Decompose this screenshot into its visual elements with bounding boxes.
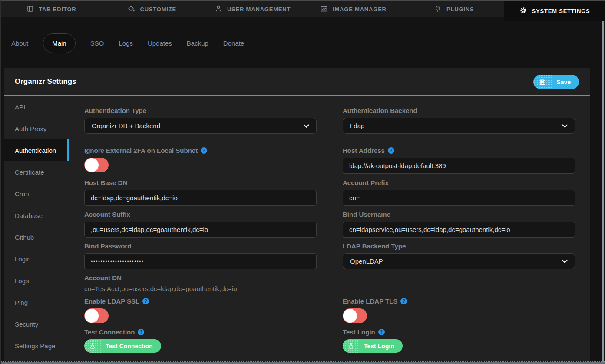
chevron-down-icon: [304, 122, 309, 129]
settings-panel: Organizr Settings Save API Auth Proxy Au…: [4, 68, 590, 361]
nav-item-label: PLUGINS: [446, 6, 474, 13]
selected-value: Ldap: [350, 122, 364, 129]
nav-item-label: SYSTEM SETTINGS: [532, 8, 590, 14]
toggle-knob: [343, 309, 357, 323]
selected-value: OpenLDAP: [350, 258, 383, 265]
sidebar-item-certificate[interactable]: Certificate: [4, 161, 68, 183]
nav-item-image-manager[interactable]: IMAGE MANAGER: [303, 1, 403, 17]
nav-item-customize[interactable]: CUSTOMIZE: [102, 1, 202, 17]
ldap-backend-type-label: LDAP Backend Type: [343, 242, 575, 250]
test-login-label: Test Login: [343, 328, 575, 336]
host-address-label: Host Address: [343, 146, 575, 154]
chevron-down-icon: [562, 122, 568, 129]
settings-tabs: About Main SSO Logs Updates Backup Donat…: [1, 30, 605, 56]
nav-item-tab-editor[interactable]: TAB EDITOR: [1, 1, 102, 17]
host-base-dn-label: Host Base DN: [84, 179, 317, 186]
help-icon[interactable]: [201, 147, 207, 154]
sidebar-item-database[interactable]: Database: [4, 205, 68, 226]
plug-icon: [434, 5, 442, 14]
enable-ldap-ssl-toggle[interactable]: [84, 308, 109, 323]
page-title: Organizr Settings: [15, 77, 76, 86]
sidebar-item-github[interactable]: Github: [4, 226, 68, 248]
image-icon: [320, 5, 328, 14]
enable-ldap-tls-toggle[interactable]: [343, 308, 367, 323]
help-icon[interactable]: [142, 298, 149, 304]
save-button[interactable]: Save: [533, 75, 579, 89]
panel-body: API Auth Proxy Authentication Certificat…: [4, 96, 590, 360]
sidebar-item-logs[interactable]: Logs: [4, 270, 68, 291]
gear-icon: [519, 7, 527, 16]
tab-backup[interactable]: Backup: [187, 40, 208, 47]
bind-password-input[interactable]: [84, 253, 317, 269]
nav-item-system-settings[interactable]: SYSTEM SETTINGS: [504, 1, 605, 21]
account-dn-value: cn=TestAcct,ou=users,dc=ldap,dc=goauthen…: [84, 285, 317, 292]
help-icon[interactable]: [378, 329, 385, 335]
user-icon: [215, 5, 222, 14]
sidebar-item-security[interactable]: Security: [4, 313, 68, 335]
bind-username-label: Bind Username: [343, 210, 575, 218]
tab-editor-icon: [26, 5, 34, 14]
organizr-app-window: TAB EDITOR CUSTOMIZE USER MANAGEMENT IMA…: [0, 0, 605, 364]
bind-password-label: Bind Password: [84, 242, 317, 250]
tab-main[interactable]: Main: [43, 33, 76, 53]
flask-icon: [343, 339, 359, 353]
sidebar-item-ping[interactable]: Ping: [4, 291, 68, 313]
nav-item-label: TAB EDITOR: [39, 6, 76, 13]
ignore-2fa-label: Ignore External 2FA on Local Subnet: [84, 146, 317, 154]
enable-ldap-tls-label: Enable LDAP TLS: [343, 297, 575, 305]
ignore-2fa-toggle[interactable]: [84, 158, 109, 172]
test-connection-button[interactable]: Test Connection: [84, 339, 161, 353]
tab-logs[interactable]: Logs: [119, 40, 133, 47]
authentication-backend-label: Authentication Backend: [343, 106, 575, 114]
host-base-dn-input[interactable]: [84, 190, 317, 206]
floppy-disk-icon: [533, 75, 552, 89]
nav-item-plugins[interactable]: PLUGINS: [403, 1, 504, 17]
chevron-down-icon: [562, 258, 568, 265]
sidebar-item-auth-proxy[interactable]: Auth Proxy: [4, 118, 68, 139]
account-prefix-label: Account Prefix: [343, 179, 575, 186]
enable-ldap-ssl-label: Enable LDAP SSL: [84, 297, 317, 305]
nav-item-label: USER MANAGEMENT: [227, 6, 291, 13]
sidebar-item-settings-page[interactable]: Settings Page: [4, 335, 68, 357]
test-connection-label: Test Connection: [84, 328, 317, 336]
help-icon[interactable]: [138, 329, 144, 335]
sidebar-item-login[interactable]: Login: [4, 248, 68, 270]
window-right-frame: [602, 4, 604, 362]
authentication-backend-select[interactable]: Ldap: [343, 118, 575, 134]
settings-sidebar: API Auth Proxy Authentication Certificat…: [4, 96, 68, 360]
test-login-button-label: Test Login: [359, 339, 403, 353]
sidebar-item-api[interactable]: API: [4, 96, 68, 118]
paint-bucket-icon: [127, 5, 135, 14]
ldap-backend-type-select[interactable]: OpenLDAP: [343, 253, 575, 269]
tab-updates[interactable]: Updates: [148, 40, 172, 47]
save-button-label: Save: [552, 75, 579, 89]
account-suffix-label: Account Suffix: [84, 210, 317, 218]
account-prefix-input[interactable]: [343, 190, 575, 206]
nav-item-label: IMAGE MANAGER: [333, 6, 387, 13]
authentication-type-select[interactable]: Organizr DB + Backend: [84, 118, 317, 134]
host-address-input[interactable]: [343, 158, 575, 174]
authentication-settings-form: Authentication Type Organizr DB + Backen…: [68, 96, 590, 360]
help-icon[interactable]: [388, 147, 394, 154]
account-suffix-input[interactable]: [84, 222, 317, 238]
sidebar-item-cron[interactable]: Cron: [4, 183, 68, 205]
toggle-knob: [85, 309, 99, 323]
account-dn-label: Account DN: [84, 274, 317, 281]
test-login-button[interactable]: Test Login: [343, 339, 403, 353]
authentication-type-label: Authentication Type: [84, 106, 317, 114]
toggle-knob: [85, 158, 99, 172]
nav-item-label: CUSTOMIZE: [140, 6, 176, 13]
bind-username-input[interactable]: [343, 222, 575, 238]
panel-header: Organizr Settings Save: [4, 68, 590, 96]
test-connection-button-label: Test Connection: [101, 339, 161, 353]
top-navigation: TAB EDITOR CUSTOMIZE USER MANAGEMENT IMA…: [1, 1, 605, 17]
window-bottom-frame: [1, 362, 605, 364]
sidebar-item-authentication[interactable]: Authentication: [4, 139, 68, 161]
nav-item-user-management[interactable]: USER MANAGEMENT: [202, 1, 303, 17]
flask-icon: [84, 339, 101, 353]
tab-sso[interactable]: SSO: [90, 40, 104, 47]
help-icon[interactable]: [400, 298, 407, 304]
tab-about[interactable]: About: [11, 40, 28, 47]
selected-value: Organizr DB + Backend: [92, 122, 160, 129]
tab-donate[interactable]: Donate: [223, 40, 244, 47]
